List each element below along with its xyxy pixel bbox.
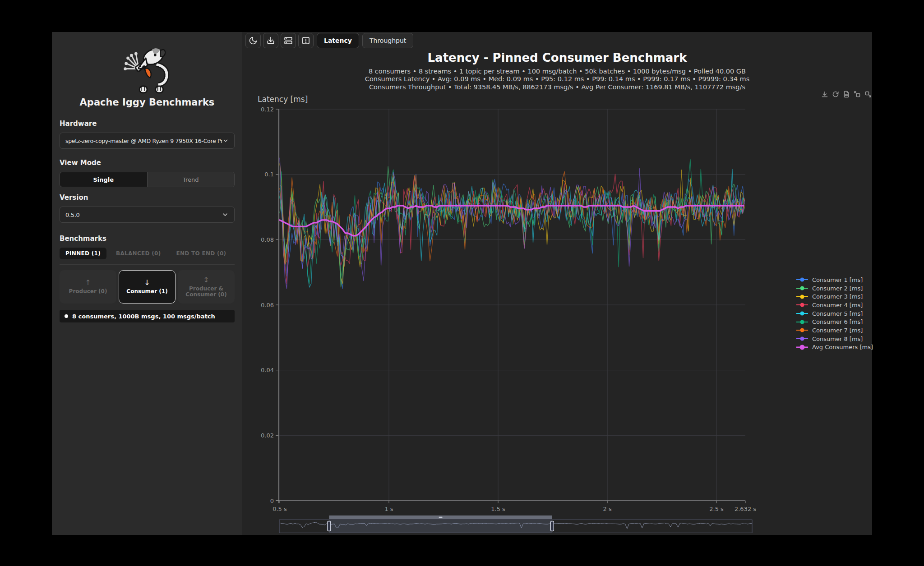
tab-end-to-end[interactable]: END TO END (0) <box>170 248 232 259</box>
latency-chart[interactable]: 00.020.040.060.080.10.120.5 s1 s1.5 s2 s… <box>250 91 765 521</box>
svg-text:Latency [ms]: Latency [ms] <box>258 95 308 104</box>
legend-item[interactable]: Avg Consumers [ms] <box>795 343 873 352</box>
legend-marker-icon <box>795 319 809 325</box>
card-consumer[interactable]: ↓ Consumer (1) <box>119 270 176 304</box>
legend-item[interactable]: Consumer 4 [ms] <box>795 301 873 309</box>
server-info-button[interactable] <box>281 33 296 48</box>
main-panel: Latency Throughput Latency - Pinned Cons… <box>242 32 872 535</box>
arrow-down-icon: ↓ <box>144 279 150 286</box>
legend-label: Consumer 3 [ms] <box>812 293 863 300</box>
legend-label: Consumer 4 [ms] <box>812 302 863 308</box>
svg-text:1 s: 1 s <box>384 506 393 512</box>
legend-item[interactable]: Consumer 3 [ms] <box>795 292 873 301</box>
legend-label: Consumer 5 [ms] <box>812 310 863 317</box>
card-label: Consumer (1) <box>126 289 167 295</box>
divider <box>60 264 235 265</box>
benchmark-list-item[interactable]: 8 consumers, 1000B msgs, 100 msgs/batch <box>60 310 235 322</box>
tab-pinned[interactable]: PINNED (1) <box>60 248 106 259</box>
benchmarks-label: Benchmarks <box>60 235 235 243</box>
legend-label: Avg Consumers [ms] <box>812 344 873 350</box>
svg-text:2 s: 2 s <box>603 506 611 512</box>
svg-text:0: 0 <box>270 497 274 504</box>
svg-text:2.5 s: 2.5 s <box>709 506 724 512</box>
legend-marker-icon <box>795 310 809 317</box>
svg-text:2.632 s: 2.632 s <box>735 506 756 512</box>
hardware-label: Hardware <box>60 120 235 128</box>
tab-latency[interactable]: Latency <box>317 33 359 48</box>
legend-marker-icon <box>795 302 809 308</box>
view-mode-single[interactable]: Single <box>60 172 147 187</box>
view-mode-label: View Mode <box>60 159 235 167</box>
bullet-icon <box>65 314 68 318</box>
version-select[interactable]: 0.5.0 <box>60 207 235 223</box>
chevron-down-icon <box>222 211 229 218</box>
hardware-select[interactable]: spetz-zero-copy-master @ AMD Ryzen 9 795… <box>60 133 235 149</box>
server-stack-icon <box>284 36 293 45</box>
moon-icon <box>249 36 258 45</box>
card-label: Producer & Consumer (0) <box>181 286 231 298</box>
download-icon[interactable] <box>821 91 828 98</box>
zoom-extents-icon[interactable] <box>854 91 861 98</box>
chart-legend: Consumer 1 [ms]Consumer 2 [ms]Consumer 3… <box>795 276 873 351</box>
legend-marker-icon <box>795 285 809 291</box>
legend-marker-icon <box>795 336 809 342</box>
report-icon[interactable] <box>843 91 850 98</box>
legend-item[interactable]: Consumer 1 [ms] <box>795 276 873 284</box>
sidebar: Apache Iggy Benchmarks Hardware spetz-ze… <box>52 32 242 535</box>
minimap-scrubber[interactable] <box>279 515 753 535</box>
chart-subtitle-line1: 8 consumers • 8 streams • 1 topic per st… <box>242 68 872 75</box>
chart-subtitle-line3: Consumers Throughput • Total: 9358.45 MB… <box>242 83 872 91</box>
download-icon <box>266 36 275 45</box>
chart-header: Latency - Pinned Consumer Benchmark 8 co… <box>242 51 872 91</box>
tab-balanced[interactable]: BALANCED (0) <box>110 248 166 259</box>
legend-item[interactable]: Consumer 5 [ms] <box>795 309 873 318</box>
arrow-up-down-icon: ↕ <box>203 276 209 284</box>
toolbar: Latency Throughput <box>245 33 413 48</box>
app-title: Apache Iggy Benchmarks <box>60 97 235 108</box>
latency-chart-svg[interactable]: 00.020.040.060.080.10.120.5 s1 s1.5 s2 s… <box>250 91 765 519</box>
legend-item[interactable]: Consumer 8 [ms] <box>795 335 873 343</box>
svg-text:0.08: 0.08 <box>261 236 274 243</box>
svg-text:0.1: 0.1 <box>264 171 274 178</box>
legend-marker-icon <box>795 294 809 300</box>
svg-text:1.5 s: 1.5 s <box>491 506 505 512</box>
card-producer-consumer[interactable]: ↕ Producer & Consumer (0) <box>178 270 235 304</box>
legend-marker-icon <box>795 276 809 283</box>
tab-throughput[interactable]: Throughput <box>362 33 413 48</box>
theme-toggle-button[interactable] <box>245 33 261 48</box>
benchmark-item-label: 8 consumers, 1000B msgs, 100 msgs/batch <box>72 313 215 320</box>
benchmark-group-tabs: PINNED (1) BALANCED (0) END TO END (0) <box>60 248 235 259</box>
iggy-dog-logo <box>114 44 180 94</box>
legend-label: Consumer 1 [ms] <box>812 276 863 283</box>
svg-text:0.04: 0.04 <box>261 367 274 373</box>
minimap-svg[interactable] <box>279 515 753 534</box>
legend-item[interactable]: Consumer 2 [ms] <box>795 284 873 293</box>
view-mode-toggle: Single Trend <box>60 172 235 187</box>
legend-label: Consumer 8 [ms] <box>812 336 863 342</box>
app-window: Apache Iggy Benchmarks Hardware spetz-ze… <box>52 32 872 535</box>
chart-subtitle-line2: Consumers Latency • Avg: 0.09 ms • Med: … <box>242 75 872 83</box>
alert-button[interactable] <box>298 33 314 48</box>
svg-text:0.5 s: 0.5 s <box>273 506 287 512</box>
legend-item[interactable]: Consumer 6 [ms] <box>795 318 873 326</box>
version-select-value: 0.5.0 <box>65 212 80 218</box>
arrow-up-icon: ↑ <box>85 279 91 286</box>
legend-marker-icon <box>795 327 809 333</box>
zoom-reset-icon[interactable] <box>864 91 872 98</box>
card-label: Producer (0) <box>69 289 107 295</box>
view-mode-trend[interactable]: Trend <box>147 172 235 187</box>
benchmark-kind-cards: ↑ Producer (0) ↓ Consumer (1) ↕ Producer… <box>60 270 235 304</box>
refresh-icon[interactable] <box>832 91 839 98</box>
hardware-select-value: spetz-zero-copy-master @ AMD Ryzen 9 795… <box>65 138 222 144</box>
legend-marker-icon <box>795 344 809 350</box>
chevron-down-icon <box>222 137 229 144</box>
chart-title: Latency - Pinned Consumer Benchmark <box>242 51 872 64</box>
alert-square-icon <box>301 36 310 45</box>
chart-action-icons <box>821 91 872 98</box>
legend-item[interactable]: Consumer 7 [ms] <box>795 326 873 335</box>
svg-text:0.02: 0.02 <box>261 432 274 439</box>
card-producer[interactable]: ↑ Producer (0) <box>60 270 116 304</box>
download-button[interactable] <box>263 33 278 48</box>
svg-text:0.12: 0.12 <box>261 106 274 113</box>
legend-label: Consumer 7 [ms] <box>812 327 863 334</box>
